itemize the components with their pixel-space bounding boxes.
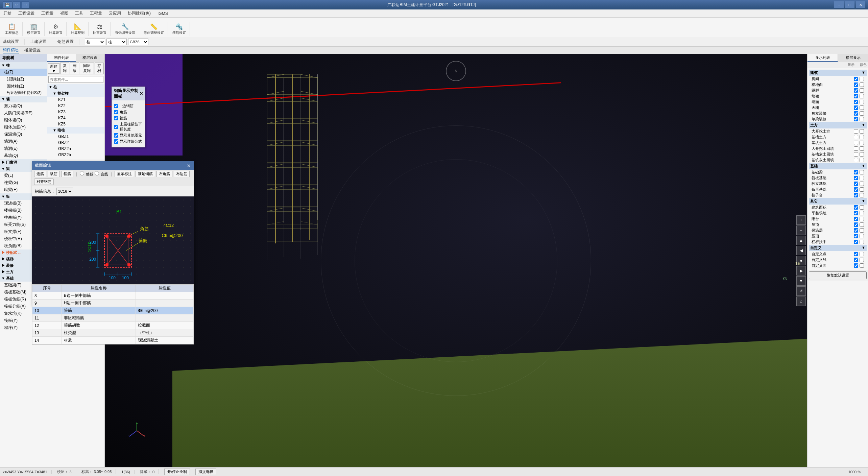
prop-row-12[interactable]: 12 箍筋胡数 按截面	[32, 322, 194, 329]
comp-item-kz4[interactable]: KZ4	[47, 115, 104, 121]
prop-val-14[interactable]: 现浇混凝土	[136, 337, 194, 344]
delete-comp-btn[interactable]: 删除	[70, 63, 79, 74]
prop-row-11[interactable]: 11 非区域箍筋	[32, 314, 194, 322]
cb-loudimian-color[interactable]	[860, 82, 864, 87]
cb-stirrup-input[interactable]	[114, 116, 118, 120]
comp-tab-list[interactable]: 构件列表	[47, 54, 76, 62]
cb-show-detail-input[interactable]	[114, 139, 118, 144]
comp-item-kz1[interactable]: KZ1	[47, 97, 104, 103]
cb-jiukeng-show[interactable]	[854, 141, 858, 145]
prop-row-14[interactable]: 14 材质 现浇混凝土	[32, 337, 194, 344]
cb-custom-line-color[interactable]	[860, 258, 864, 262]
btn-edge-rebar[interactable]: 布边筋	[174, 171, 190, 177]
cb-custom-face-show[interactable]	[854, 263, 858, 268]
comp-item-gbz1[interactable]: GBZ1	[47, 134, 104, 140]
menu-cloud[interactable]: 云应用	[105, 10, 124, 17]
cb-wuding-show[interactable]	[854, 222, 858, 227]
prop-row-10[interactable]: 10 箍筋 Φ6.5@200	[32, 307, 194, 314]
comp-item-kz5[interactable]: KZ5	[47, 121, 104, 127]
right-tab-display[interactable]: 显示列表	[807, 54, 838, 62]
menu-view[interactable]: 视图	[57, 10, 72, 17]
btn-align-rebar[interactable]: 对齐钢筋	[34, 178, 54, 185]
cb-dulijc-show[interactable]	[854, 182, 858, 186]
nav-item-baowen[interactable]: 保温墙(Q)	[0, 131, 47, 138]
cb-tijiao-show[interactable]	[854, 88, 858, 93]
cb-qiangmian-color[interactable]	[860, 100, 864, 104]
cb-kenghuitui-color[interactable]	[860, 158, 864, 162]
cb-tiaoxingjc-color[interactable]	[860, 187, 864, 192]
comp-item-kz2[interactable]: KZ2	[47, 103, 104, 109]
nav-item-muqiang[interactable]: 幕墙(Q)	[0, 152, 47, 159]
cb-baowenceng-color[interactable]	[860, 228, 864, 233]
prop-val-8[interactable]	[136, 292, 194, 300]
viewport[interactable]: 18 G + − ▲ ◀ ● ▶ ▼ ↺ ⌂ X Y Z	[105, 54, 807, 467]
component-type-select[interactable]: 柱	[85, 39, 105, 45]
cb-caohuitui-color[interactable]	[860, 152, 864, 157]
nav-item-zhu-z[interactable]: 柱(Z)	[0, 69, 47, 76]
prop-row-13[interactable]: 13 柱类型 （中柱）	[32, 329, 194, 337]
cb-baowenceng-show[interactable]	[854, 228, 858, 233]
prop-val-13[interactable]: （中柱）	[136, 329, 194, 337]
calc-settings-btn[interactable]: ⚙ 计算设置	[47, 22, 64, 36]
prop-val-9[interactable]	[136, 300, 194, 307]
cb-jicao-show[interactable]	[854, 135, 858, 139]
nav-reset[interactable]: ↺	[796, 286, 806, 296]
cb-jichuliang-color[interactable]	[860, 170, 864, 174]
cb-langgan-color[interactable]	[860, 240, 864, 244]
comp-cat-zhu[interactable]: ▼ 柱	[47, 84, 104, 90]
nav-zoom-in[interactable]: +	[796, 215, 806, 225]
comp-cat-kuangjia[interactable]: ▼ 框架柱	[47, 90, 104, 97]
cb-dakaitian-show[interactable]	[854, 146, 858, 151]
display-section-tufang[interactable]: 土方 ▼	[809, 122, 867, 128]
cb-yangtai-show[interactable]	[854, 217, 858, 221]
redo-btn[interactable]: ↪	[21, 1, 29, 8]
cb-duli-color[interactable]	[860, 111, 864, 116]
display-section-custom[interactable]: 自定义 ▼	[809, 245, 867, 251]
menu-tools[interactable]: 工具	[72, 10, 87, 17]
calc-rules-btn[interactable]: 📐 计算规则	[69, 22, 86, 36]
comp-item-gbz2[interactable]: GBZ2	[47, 140, 104, 146]
prop-val-11[interactable]	[136, 314, 194, 322]
prop-row-8[interactable]: 8 B边一侧中部筋	[32, 292, 194, 300]
nav-zoom-out[interactable]: −	[796, 225, 806, 235]
cb-custom-face-color[interactable]	[860, 263, 864, 268]
rebar-display-close[interactable]: ✕	[140, 91, 143, 96]
cb-faban-color[interactable]	[860, 176, 864, 180]
nav-rotate-right[interactable]: ▶	[796, 266, 806, 276]
cb-pingzheng-color[interactable]	[860, 211, 864, 215]
cb-show-others-input[interactable]	[114, 133, 118, 138]
display-section-qita[interactable]: 其它 ▼	[809, 198, 867, 205]
same-floor-copy-btn[interactable]: 同层复制	[80, 63, 94, 74]
radio-zhixian[interactable]	[95, 171, 99, 175]
comp-cat-anzhu[interactable]: ▼ 暗柱	[47, 127, 104, 134]
cb-corner-input[interactable]	[114, 110, 118, 114]
btn-zong-jin[interactable]: 纵筋	[48, 171, 60, 177]
cb-jianzmj-show[interactable]	[854, 205, 858, 210]
cb-faban-show[interactable]	[854, 176, 858, 180]
cb-yading-color[interactable]	[860, 234, 864, 238]
cb-zhuzitai-color[interactable]	[860, 193, 864, 197]
menu-start[interactable]: 开始	[0, 10, 15, 17]
radio-zhengmian[interactable]	[80, 171, 84, 175]
project-info-btn[interactable]: 📋 工程信息	[3, 22, 20, 36]
cb-danliang-show[interactable]	[854, 117, 858, 121]
nav-home[interactable]: ⌂	[796, 296, 806, 306]
cb-tiaoxingjc-show[interactable]	[854, 187, 858, 192]
rib-settings-btn[interactable]: 🔩 箍筋设置	[171, 22, 188, 36]
nav-item-qiangdong-a[interactable]: 墙洞(A)	[0, 138, 47, 145]
nav-center[interactable]: ●	[796, 256, 806, 265]
cb-loudimian-show[interactable]	[854, 82, 858, 87]
nav-rotate-up[interactable]: ▲	[796, 236, 806, 245]
nav-rotate-left[interactable]: ◀	[796, 246, 806, 255]
menu-project-settings[interactable]: 工程设置	[15, 10, 38, 17]
status-draw-btn[interactable]: 开/停止绘制	[164, 469, 190, 475]
comp-tab-floor[interactable]: 楼层设置	[76, 54, 105, 62]
comp-item-kz3[interactable]: KZ3	[47, 109, 104, 115]
cb-yading-show[interactable]	[854, 234, 858, 238]
compare-btn[interactable]: ⚖ 比重设置	[91, 22, 108, 36]
comp-item-gbz2b[interactable]: GBZ2b	[47, 152, 104, 158]
nav-section-zhu[interactable]: ▼ 柱	[0, 62, 47, 69]
quick-save-btn[interactable]: 💾	[3, 1, 12, 8]
component-subtype-select[interactable]: 柱	[106, 39, 127, 45]
nav-item-qiangdong-e[interactable]: 墙洞(E)	[0, 145, 47, 152]
